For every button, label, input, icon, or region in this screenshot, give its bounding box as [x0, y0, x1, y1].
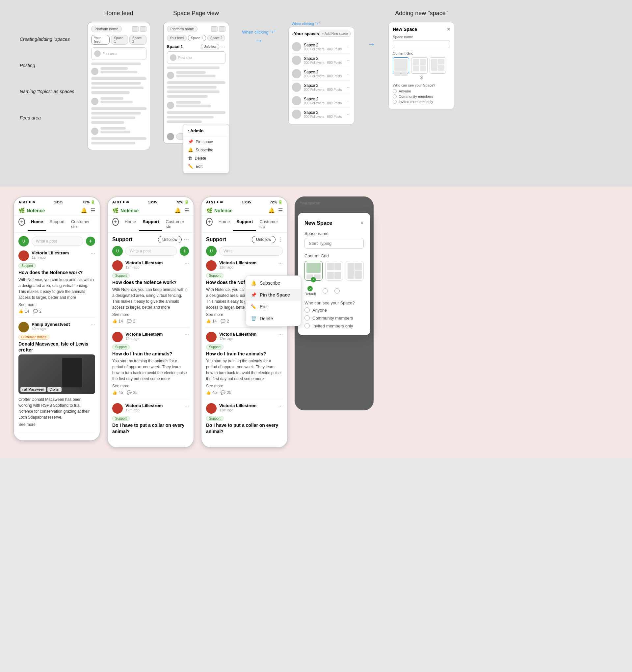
radio-community[interactable]: Community members	[304, 315, 364, 320]
menu-icon-2[interactable]: ☰	[184, 207, 189, 214]
modal-close-button[interactable]: ×	[360, 219, 364, 226]
space-tag-p3-1[interactable]: Support	[206, 273, 224, 278]
write-post-input-1[interactable]: Write a post	[31, 237, 83, 246]
comment-p3-1[interactable]: 💬 2	[220, 319, 229, 323]
like-p3-1[interactable]: 👍 14	[206, 319, 217, 323]
comment-p2-2[interactable]: 💬 25	[127, 390, 137, 395]
grid-option-1[interactable]: ✓	[304, 261, 323, 281]
menu-icon[interactable]: ☰	[91, 207, 95, 214]
add-new-space-button[interactable]: + Add New space	[319, 31, 351, 37]
unfollow-btn-3[interactable]: Unfollow	[252, 236, 276, 243]
bell-icon[interactable]: 🔔	[80, 207, 87, 214]
grid-radio-2[interactable]	[323, 288, 328, 293]
space-more-btn-2[interactable]: ⋯	[184, 237, 189, 243]
dropdown-edit[interactable]: ✏️ Edit	[245, 301, 301, 313]
post-plus-btn-1[interactable]: +	[86, 237, 95, 246]
plus-button-1[interactable]: +	[19, 218, 25, 226]
tab-support-1[interactable]: Support	[46, 218, 68, 230]
post-more-p3-2[interactable]: ···	[279, 332, 283, 338]
wf-grid-opt-2[interactable]	[411, 57, 427, 74]
write-post-input-3[interactable]: Write	[219, 246, 283, 256]
space-tag-support-1[interactable]: Support	[19, 263, 36, 268]
space-tag-p3-2[interactable]: Support	[206, 344, 224, 350]
radio-anyone[interactable]: Anyone	[304, 307, 364, 313]
tab-custumer-3[interactable]: Custumer sto	[256, 218, 283, 230]
dropdown-pin[interactable]: 📌 Pin the Space	[245, 289, 301, 301]
post-more-2[interactable]: ···	[91, 322, 95, 328]
admin-pin[interactable]: 📌 Pin space	[183, 138, 229, 146]
top-wireframe-section: Creating/adding "spaces Posting Naming "…	[0, 0, 632, 187]
phone1-battery: 72% 🔋	[82, 200, 95, 204]
like-p2-1[interactable]: 👍 14	[112, 319, 123, 323]
bell-icon-3[interactable]: 🔔	[268, 207, 275, 214]
space-tag-p2-1[interactable]: Support	[112, 273, 130, 278]
dropdown-subscribe[interactable]: 🔔 Subscribe	[245, 277, 301, 289]
wf-grid-opt-1[interactable]	[393, 57, 409, 74]
radio-invited[interactable]: Invited members only	[304, 323, 364, 329]
sp-tab-space2[interactable]: Space 2	[207, 35, 226, 41]
tab-custumer-2[interactable]: Custumer sto	[162, 218, 189, 230]
admin-delete[interactable]: 🗑 Delete	[183, 154, 229, 162]
space-tag-p3-3[interactable]: Support	[206, 416, 224, 421]
grid-option-2[interactable]	[325, 261, 343, 281]
post-more-p3-1[interactable]: ···	[279, 260, 283, 266]
phone2-carrier: AT&T ▸ ≋	[112, 200, 129, 204]
sp-tab-space1[interactable]: Space 1	[188, 35, 206, 41]
more-options-icon[interactable]: ···	[220, 44, 226, 49]
space-name-input[interactable]	[304, 238, 364, 249]
space-more-icon-3[interactable]: ···	[347, 71, 351, 76]
like-p2-2[interactable]: 👍 45	[112, 390, 123, 395]
post-plus-btn-2[interactable]: +	[180, 246, 189, 256]
sp-tab-feed[interactable]: Your feed	[167, 35, 187, 41]
wf-modal-close[interactable]: ×	[447, 26, 450, 32]
see-more-p2-2[interactable]: See more	[112, 384, 189, 388]
comment-p3-2[interactable]: 💬 25	[220, 390, 231, 395]
tab-support-2[interactable]: Support	[139, 218, 162, 230]
see-more-1[interactable]: See more	[19, 303, 95, 307]
tab-home-1[interactable]: Home	[28, 218, 46, 230]
admin-subscribe[interactable]: 🔔 Subscribe	[183, 146, 229, 154]
comment-p2-1[interactable]: 💬 2	[127, 319, 135, 323]
tab-support-3[interactable]: Support	[233, 218, 256, 230]
menu-icon-3[interactable]: ☰	[278, 207, 283, 214]
like-p3-2[interactable]: 👍 45	[206, 390, 217, 395]
post-more-p3-3[interactable]: ···	[279, 403, 283, 409]
space-more-icon-5[interactable]: ···	[347, 98, 351, 103]
wf-grid-opt-3[interactable]	[429, 57, 446, 74]
grid-option-3[interactable]	[346, 261, 364, 281]
see-more-2[interactable]: See more	[19, 422, 95, 427]
tab-your-feed[interactable]: Your feed	[91, 35, 110, 45]
space-more-icon-6[interactable]: ···	[347, 112, 351, 117]
grid-radio-3[interactable]	[334, 288, 340, 293]
tab-home-3[interactable]: Home	[215, 218, 233, 230]
plus-button-2[interactable]: +	[112, 218, 119, 226]
tab-home-2[interactable]: Home	[121, 218, 140, 230]
like-action-1[interactable]: 👍 14	[19, 309, 29, 314]
phone1-carrier: AT&T ▸ ≋	[19, 200, 35, 204]
space-more-btn-3[interactable]: ⋮	[278, 237, 283, 243]
space-more-icon-1[interactable]: ···	[347, 44, 351, 49]
space-tag-p2-2[interactable]: Support	[112, 344, 130, 350]
tab-custumer-1[interactable]: Custumer sto	[68, 218, 95, 230]
plus-button-3[interactable]: +	[206, 218, 213, 226]
see-more-p2-1[interactable]: See more	[112, 312, 189, 317]
wf-space-name-input[interactable]	[393, 40, 450, 48]
post-more-p2-3[interactable]: ···	[185, 403, 189, 409]
space-tag-customer-1[interactable]: Customer stories	[19, 335, 49, 340]
space-more-icon-2[interactable]: ···	[347, 57, 351, 63]
see-more-p3-2[interactable]: See more	[206, 384, 283, 388]
post-more-p2-2[interactable]: ···	[185, 332, 189, 338]
tab-space2[interactable]: Space 2	[130, 35, 146, 45]
unfollow-button[interactable]: Unfollow	[201, 44, 219, 49]
dropdown-delete[interactable]: 🗑️ Delete	[245, 313, 301, 325]
bell-icon-2[interactable]: 🔔	[174, 207, 181, 214]
admin-edit[interactable]: ✏️ Edit	[183, 162, 229, 170]
space-tag-p2-3[interactable]: Support	[112, 416, 130, 421]
write-post-input-2[interactable]: Write a post	[125, 246, 177, 256]
unfollow-btn-2[interactable]: Unfollow	[158, 236, 182, 243]
post-more-p2-1[interactable]: ···	[185, 260, 189, 266]
post-more-1[interactable]: ···	[91, 250, 95, 256]
comment-action-1[interactable]: 💬 2	[33, 309, 42, 314]
tab-space1[interactable]: Space 1	[111, 35, 128, 45]
space-more-icon-4[interactable]: ···	[347, 85, 351, 90]
